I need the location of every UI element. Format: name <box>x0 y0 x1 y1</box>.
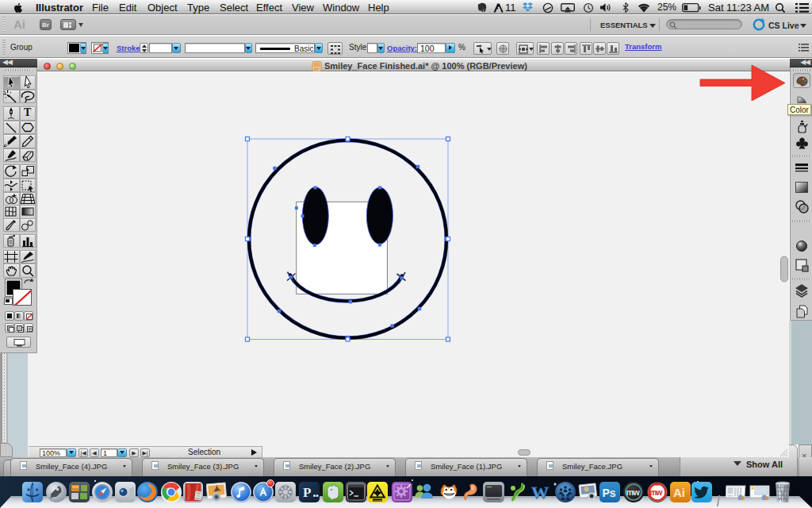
svg-text:P: P <box>303 485 311 500</box>
svg-text:Ps: Ps <box>603 487 616 499</box>
svg-text:Ai: Ai <box>673 486 685 499</box>
svg-text:mw: mw <box>650 488 663 497</box>
svg-text:mw: mw <box>626 487 641 497</box>
svg-text:Replicator®: Replicator® <box>373 499 384 502</box>
svg-text:W: W <box>531 483 549 502</box>
